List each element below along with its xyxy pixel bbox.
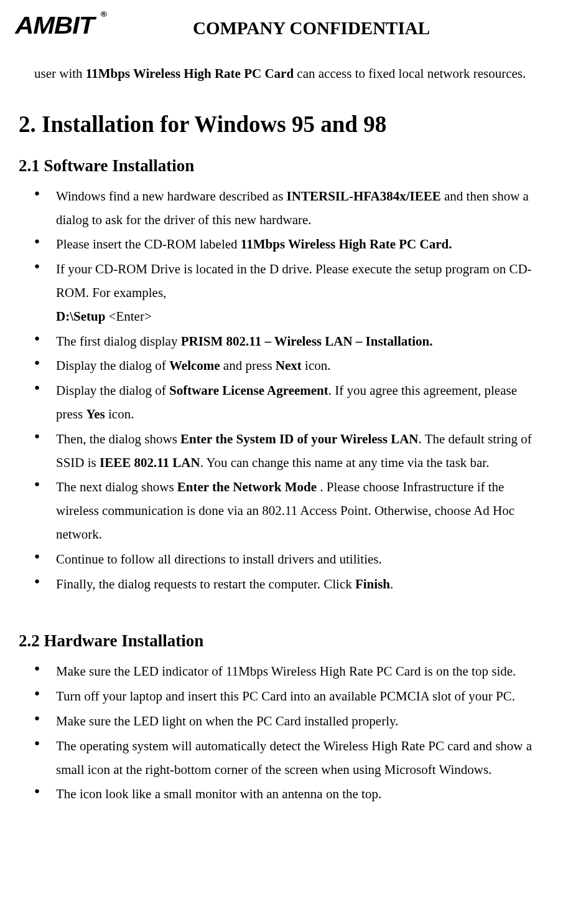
hardware-install-list: Make sure the LED indicator of 11Mbps Wi… (34, 660, 544, 806)
intro-paragraph: user with 11Mbps Wireless High Rate PC C… (34, 62, 544, 86)
text: icon. (302, 358, 331, 373)
intro-suffix: can access to fixed local network resour… (294, 66, 526, 81)
bold-text: 11Mbps Wireless High Rate PC Card. (241, 237, 452, 252)
section-22-title: 2.2 Hardware Installation (19, 631, 544, 651)
list-item: Finally, the dialog requests to restart … (34, 573, 544, 596)
list-item: Make sure the LED light on when the PC C… (34, 710, 544, 733)
text: The operating system will automatically … (56, 738, 532, 777)
bold-text: Finish (355, 577, 390, 592)
list-item: The operating system will automatically … (34, 735, 544, 782)
bold-text: Next (276, 358, 302, 373)
intro-bold: 11Mbps Wireless High Rate PC Card (86, 66, 294, 81)
software-install-list: Windows find a new hardware described as… (34, 185, 544, 596)
text: The first dialog display (56, 334, 181, 349)
bold-text: PRISM 802.11 – Wireless LAN – Installati… (181, 334, 433, 349)
text: icon. (105, 407, 134, 422)
bold-text: Enter the System ID of your Wireless LAN (180, 431, 418, 446)
spacer (19, 597, 544, 613)
list-item: Then, the dialog shows Enter the System … (34, 428, 544, 475)
list-item: Turn off your laptop and insert this PC … (34, 685, 544, 709)
list-item: The first dialog display PRISM 802.11 – … (34, 330, 544, 354)
sub-line: D:\Setup <Enter> (56, 305, 544, 329)
page-header: AMBIT ® COMPANY CONFIDENTIAL (19, 12, 544, 44)
text: <Enter> (109, 309, 152, 324)
list-item: Display the dialog of Software License A… (34, 379, 544, 427)
section-21-title: 2.1 Software Installation (19, 156, 544, 176)
text: Display the dialog of (56, 383, 169, 398)
list-item: The next dialog shows Enter the Network … (34, 476, 544, 546)
intro-prefix: user with (34, 66, 86, 81)
confidential-label: COMPANY CONFIDENTIAL (193, 18, 430, 39)
text: Please insert the CD-ROM labeled (56, 237, 241, 252)
text: The icon look like a small monitor with … (56, 786, 381, 801)
text: The next dialog shows (56, 479, 177, 494)
text: and press (220, 358, 276, 373)
list-item: Display the dialog of Welcome and press … (34, 354, 544, 378)
bold-text: Software License Agreement (169, 383, 328, 398)
text: If your CD-ROM Drive is located in the D… (56, 262, 532, 300)
bold-text: IEEE 802.11 LAN (100, 455, 200, 470)
text: Finally, the dialog requests to restart … (56, 577, 355, 592)
text: Continue to follow all directions to ins… (56, 552, 382, 567)
section-2-title: 2. Installation for Windows 95 and 98 (19, 111, 544, 138)
bold-text: Yes (86, 407, 105, 422)
list-item: If your CD-ROM Drive is located in the D… (34, 258, 544, 328)
bold-text: Welcome (169, 358, 220, 373)
text: Turn off your laptop and insert this PC … (56, 689, 515, 704)
list-item: Windows find a new hardware described as… (34, 185, 544, 232)
logo-text: AMBIT ® (15, 12, 94, 39)
list-item: Please insert the CD-ROM labeled 11Mbps … (34, 233, 544, 257)
list-item: The icon look like a small monitor with … (34, 783, 544, 806)
list-item: Continue to follow all directions to ins… (34, 548, 544, 572)
text: Windows find a new hardware described as (56, 189, 287, 204)
text: . (390, 577, 393, 592)
bold-text: INTERSIL-HFA384x/IEEE (287, 189, 441, 204)
logo-word: AMBIT (15, 12, 94, 39)
text: Make sure the LED indicator of 11Mbps Wi… (56, 664, 516, 679)
text: Display the dialog of (56, 358, 169, 373)
text: Then, the dialog shows (56, 431, 180, 446)
ambit-logo: AMBIT ® (19, 12, 143, 44)
bold-text: D:\Setup (56, 309, 109, 324)
registered-icon: ® (100, 9, 106, 19)
list-item: Make sure the LED indicator of 11Mbps Wi… (34, 660, 544, 684)
bold-text: Enter the Network Mode (177, 479, 317, 494)
text: . You can change this name at any time v… (200, 455, 490, 470)
text: Make sure the LED light on when the PC C… (56, 714, 398, 728)
